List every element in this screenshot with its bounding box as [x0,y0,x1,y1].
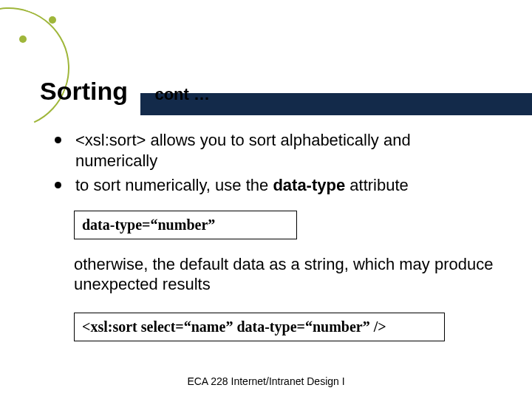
paragraph: otherwise, the default data as a string,… [74,254,497,295]
bullet-text-post: attribute [345,176,409,194]
bullet-text-bold: data-type [273,176,345,194]
code-box-1: data-type=“number” [74,211,297,239]
code-box-2: <xsl:sort select=“name” data-type=“numbe… [74,313,445,341]
decorative-arc [0,0,86,146]
slide-content: <xsl:sort> allows you to sort alphabetic… [55,130,497,352]
bullet-item: <xsl:sort> allows you to sort alphabetic… [55,130,497,171]
title-main: Sorting [40,77,128,106]
decorative-dot [49,16,56,24]
bullet-text: <xsl:sort> allows you to sort alphabetic… [75,131,411,170]
title-sub: cont … [154,85,210,104]
slide-footer: ECA 228 Internet/Intranet Design I [0,375,532,387]
bullet-item: to sort numerically, use the data-type a… [55,175,497,196]
decorative-dot [19,35,27,43]
slide-title: Sorting cont … [40,77,502,106]
bullet-text-pre: to sort numerically, use the [75,176,273,194]
